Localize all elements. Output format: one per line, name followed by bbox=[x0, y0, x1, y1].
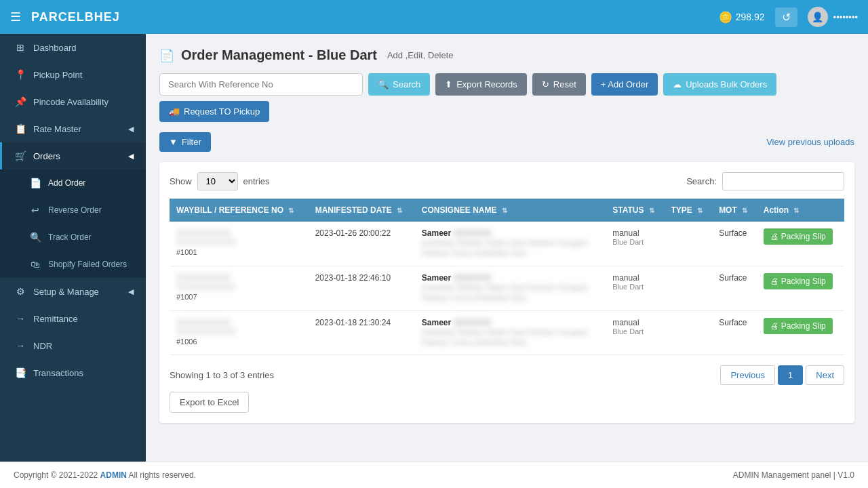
shopify-icon: 🛍 bbox=[29, 259, 41, 270]
table-search: Search: bbox=[686, 172, 844, 190]
cell-action-0: 🖨 Packing Slip bbox=[757, 222, 844, 266]
cell-type-2 bbox=[665, 310, 713, 355]
brand-logo: PARCELBHEJ bbox=[31, 10, 120, 24]
sidebar-item-shopify[interactable]: 🛍 Shopify Failed Orders bbox=[0, 251, 146, 278]
table-row: XXXXXXXXXX XXXXXXXXXXXX #1007 2023-01-18… bbox=[170, 266, 844, 310]
sort-mot-icon[interactable]: ⇅ bbox=[742, 207, 747, 214]
table-header-row: WAYBILL / REFERENCE NO ⇅ MANIFESTED DATE… bbox=[170, 199, 844, 222]
sort-type-icon[interactable]: ⇅ bbox=[697, 207, 703, 214]
status-sub-0: Blue Dart bbox=[612, 238, 657, 246]
cell-consignee-0: Sameer XXXXXXX Ambedkar Railway Station … bbox=[415, 222, 606, 266]
sidebar-item-remittance[interactable]: → Remittance bbox=[0, 305, 146, 332]
search-input[interactable] bbox=[159, 73, 363, 96]
consignee-name-2: Sameer XXXXXXX bbox=[422, 318, 599, 327]
sidebar-item-track-order[interactable]: 🔍 Track Order bbox=[0, 224, 146, 251]
cell-mot-2: Surface bbox=[712, 310, 757, 355]
export-excel-button[interactable]: Export to Excel bbox=[170, 392, 249, 413]
sidebar-item-ndr[interactable]: → NDR bbox=[0, 332, 146, 359]
brand-part2: BHEJ bbox=[85, 10, 120, 24]
filter-button[interactable]: ▼ Filter bbox=[159, 132, 211, 152]
waybill-primary-0: XXXXXXXXXX bbox=[176, 228, 302, 238]
sidebar-item-rate-master[interactable]: 📋 Rate Master ◀ bbox=[0, 115, 146, 142]
footer-rights: All rights reserved. bbox=[129, 470, 196, 480]
hamburger-icon[interactable]: ☰ bbox=[10, 9, 21, 24]
status-type-2: manual bbox=[612, 318, 657, 327]
reset-button[interactable]: ↻ Reset bbox=[532, 73, 586, 96]
packing-slip-button-2[interactable]: 🖨 Packing Slip bbox=[764, 318, 833, 334]
footer-admin-link[interactable]: ADMIN bbox=[100, 470, 127, 480]
col-waybill: WAYBILL / REFERENCE NO ⇅ bbox=[170, 199, 309, 222]
sort-status-icon[interactable]: ⇅ bbox=[649, 207, 654, 214]
history-button[interactable]: ↺ bbox=[775, 7, 797, 27]
view-previous-link[interactable]: View previous uploads bbox=[766, 137, 854, 147]
rate-icon: 📋 bbox=[14, 123, 26, 134]
bulk-orders-button[interactable]: ☁ Uploads Bulk Orders bbox=[663, 73, 776, 96]
orders-icon: 🛒 bbox=[14, 150, 26, 161]
waybill-primary-1: XXXXXXXXXX bbox=[176, 273, 302, 283]
order-ref-2: #1006 bbox=[176, 338, 302, 346]
cell-mot-1: Surface bbox=[712, 266, 757, 310]
cell-waybill-0: XXXXXXXXXX XXXXXXXXXXXX #1001 bbox=[170, 222, 309, 266]
consignee-addr-1: Ambedkar Railway Station East Northern G… bbox=[422, 283, 599, 304]
export-icon: ⬆ bbox=[445, 79, 452, 89]
action-bar: 🔍 Search ⬆ Export Records ↻ Reset + Add … bbox=[159, 73, 854, 122]
user-menu[interactable]: 👤 •••••••• bbox=[808, 7, 858, 27]
waybill-secondary-1: XXXXXXXXXXXX bbox=[176, 283, 302, 291]
ndr-icon: → bbox=[14, 340, 26, 351]
waybill-secondary-0: XXXXXXXXXXXX bbox=[176, 238, 302, 246]
sidebar-label-reverse: Reverse Order bbox=[48, 205, 102, 215]
next-button[interactable]: Next bbox=[806, 365, 844, 385]
table-row: XXXXXXXXXX XXXXXXXXXXXX #1006 2023-01-18… bbox=[170, 310, 844, 355]
sidebar-label-rate: Rate Master bbox=[33, 124, 81, 134]
prev-button[interactable]: Previous bbox=[720, 365, 775, 385]
table-row: XXXXXXXXXX XXXXXXXXXXXX #1001 2023-01-26… bbox=[170, 222, 844, 266]
sidebar-item-setup[interactable]: ⚙ Setup & Manage ◀ bbox=[0, 278, 146, 305]
footer-copyright: Copyright © 2021-2022 ADMIN All rights r… bbox=[14, 470, 196, 480]
sidebar-item-transactions[interactable]: 📑 Transactions bbox=[0, 359, 146, 386]
export-records-button[interactable]: ⬆ Export Records bbox=[435, 73, 527, 96]
cell-date-2: 2023-01-18 21:30:24 bbox=[309, 310, 415, 355]
sidebar-item-add-order[interactable]: 📄 Add Order bbox=[0, 169, 146, 197]
table-controls: Show 10 25 50 100 entries Search: bbox=[170, 172, 844, 190]
add-order-button[interactable]: + Add Order bbox=[591, 73, 658, 96]
export-btn-label: Export Records bbox=[456, 79, 517, 89]
sidebar-item-pincode[interactable]: 📌 Pincode Availability bbox=[0, 88, 146, 115]
sort-waybill-icon[interactable]: ⇅ bbox=[288, 207, 294, 214]
sidebar-label-pickup: Pickup Point bbox=[33, 70, 82, 80]
sidebar-item-orders[interactable]: 🛒 Orders ◀ bbox=[0, 142, 146, 169]
orders-arrow-icon: ◀ bbox=[128, 152, 134, 161]
sort-manifested-icon[interactable]: ⇅ bbox=[397, 207, 402, 214]
reset-btn-label: Reset bbox=[553, 79, 576, 89]
filter-label: Filter bbox=[182, 137, 201, 147]
sidebar-label-pincode: Pincode Availability bbox=[33, 97, 108, 107]
sort-consignee-icon[interactable]: ⇅ bbox=[502, 207, 507, 214]
orders-submenu: 📄 Add Order ↩ Reverse Order 🔍 Track Orde… bbox=[0, 169, 146, 278]
page-1-button[interactable]: 1 bbox=[778, 365, 803, 385]
packing-slip-button-1[interactable]: 🖨 Packing Slip bbox=[764, 273, 833, 289]
printer-icon-1: 🖨 bbox=[770, 277, 778, 286]
pagination: Previous 1 Next bbox=[720, 365, 844, 385]
search-button[interactable]: 🔍 Search bbox=[368, 73, 430, 96]
printer-icon-0: 🖨 bbox=[770, 232, 778, 241]
cell-consignee-1: Sameer XXXXXXX Ambedkar Railway Station … bbox=[415, 266, 606, 310]
entries-select[interactable]: 10 25 50 100 bbox=[197, 172, 238, 190]
table-search-input[interactable] bbox=[722, 172, 844, 190]
entries-info: Showing 1 to 3 of 3 entries bbox=[170, 370, 274, 380]
sidebar: ⊞ Dashboard 📍 Pickup Point 📌 Pincode Ava… bbox=[0, 34, 146, 462]
packing-slip-button-0[interactable]: 🖨 Packing Slip bbox=[764, 228, 833, 245]
sort-action-icon[interactable]: ⇅ bbox=[793, 207, 799, 214]
consignee-name-0: Sameer XXXXXXX bbox=[422, 228, 599, 238]
balance-display: 🪙 298.92 bbox=[719, 11, 765, 24]
cell-date-0: 2023-01-26 20:00:22 bbox=[309, 222, 415, 266]
page-file-icon: 📄 bbox=[159, 48, 174, 63]
consignee-addr-2: Ambedkar Railway Station East Northern G… bbox=[422, 327, 599, 348]
request-pickup-button[interactable]: 🚚 Request TO Pickup bbox=[159, 101, 269, 122]
cell-status-1: manual Blue Dart bbox=[606, 266, 664, 310]
sidebar-item-reverse-order[interactable]: ↩ Reverse Order bbox=[0, 197, 146, 224]
sidebar-item-dashboard[interactable]: ⊞ Dashboard bbox=[0, 34, 146, 61]
pickup-icon: 📍 bbox=[14, 69, 26, 80]
copyright-text: Copyright © 2021-2022 bbox=[14, 470, 98, 480]
status-type-0: manual bbox=[612, 228, 657, 238]
sidebar-item-pickup[interactable]: 📍 Pickup Point bbox=[0, 61, 146, 88]
page-subtitle: Add ,Edit, Delete bbox=[387, 50, 454, 60]
